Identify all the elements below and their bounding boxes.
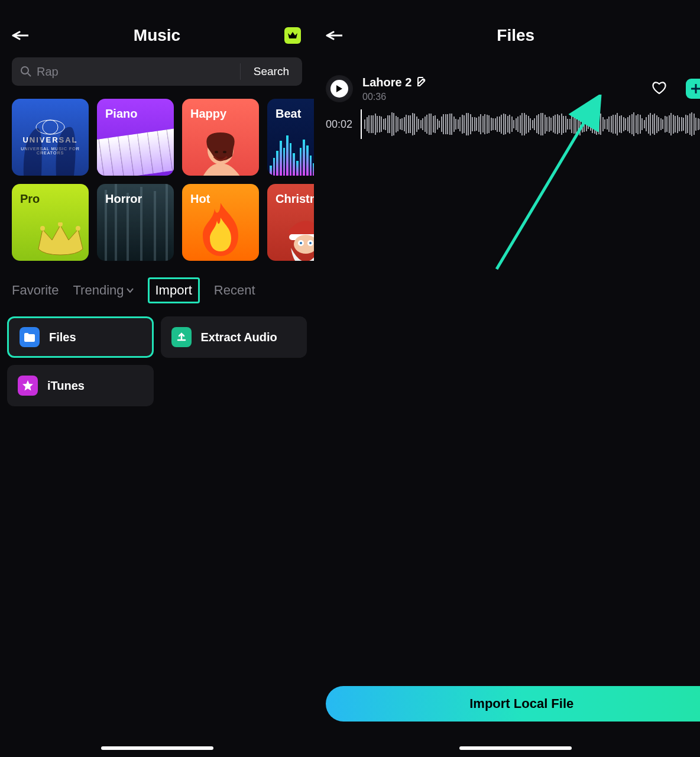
files-screen: Files Lahore 2 00:36 00:02 — [314, 0, 700, 757]
category-grid: UNIVERSAL UNIVERSAL MUSIC FOR CREATORS P… — [0, 86, 314, 261]
equalizer-icon — [267, 125, 314, 176]
search-icon — [20, 66, 32, 77]
premium-crown-icon[interactable] — [284, 27, 301, 44]
search-button[interactable]: Search — [240, 63, 302, 80]
playhead-time: 00:02 — [326, 118, 352, 131]
upload-icon — [171, 327, 192, 347]
svg-point-6 — [40, 226, 45, 231]
search-bar: Rap Search — [12, 57, 302, 86]
category-piano[interactable]: Piano — [97, 99, 174, 176]
track-name: Lahore 2 — [362, 76, 411, 89]
folder-icon — [20, 327, 40, 347]
svg-point-5 — [223, 151, 226, 153]
music-tabs: Favorite Trending Import Recent — [0, 261, 314, 303]
music-screen: Music Rap Search UNIVERSAL UNIVERSAL MUS… — [0, 0, 314, 757]
category-happy[interactable]: Happy — [182, 99, 259, 176]
chevron-down-icon — [127, 287, 134, 293]
svg-point-15 — [309, 242, 312, 244]
tab-trending[interactable]: Trending — [73, 283, 133, 298]
tab-import[interactable]: Import — [148, 277, 200, 303]
svg-point-0 — [21, 67, 28, 74]
search-input[interactable]: Rap — [12, 65, 240, 79]
import-local-file-button[interactable]: Import Local File — [326, 686, 700, 722]
import-files-button[interactable]: Files — [7, 316, 154, 358]
edit-icon[interactable] — [416, 77, 427, 88]
category-beat[interactable]: Beat — [267, 99, 314, 176]
svg-point-7 — [58, 222, 63, 227]
home-indicator[interactable] — [101, 746, 213, 750]
waveform-track[interactable] — [361, 109, 700, 139]
import-itunes-button[interactable]: iTunes — [7, 365, 154, 406]
category-pro[interactable]: Pro — [12, 184, 89, 261]
tab-recent[interactable]: Recent — [214, 283, 255, 298]
page-title: Music — [134, 26, 180, 45]
crown-icon — [35, 222, 86, 258]
add-track-button[interactable] — [686, 79, 700, 99]
category-horror[interactable]: Horror — [97, 184, 174, 261]
back-button[interactable] — [326, 30, 342, 41]
tab-favorite[interactable]: Favorite — [12, 283, 59, 298]
music-header: Music — [0, 0, 314, 50]
favorite-button[interactable] — [652, 80, 668, 97]
svg-point-4 — [215, 151, 218, 153]
svg-point-14 — [300, 242, 302, 244]
category-universal[interactable]: UNIVERSAL UNIVERSAL MUSIC FOR CREATORS — [12, 99, 89, 176]
heart-icon — [652, 80, 667, 95]
category-christmas[interactable]: Christmas — [267, 184, 314, 261]
play-icon — [336, 85, 343, 93]
import-options: Files Extract Audio iTunes — [0, 303, 314, 406]
page-title: Files — [497, 26, 534, 45]
plus-icon — [691, 84, 700, 93]
track-item: Lahore 2 00:36 — [314, 50, 700, 109]
track-duration: 00:36 — [362, 92, 642, 102]
back-button[interactable] — [12, 30, 28, 41]
files-header: Files — [314, 0, 700, 50]
import-extract-audio-button[interactable]: Extract Audio — [161, 316, 307, 358]
star-icon — [18, 376, 38, 396]
category-hot[interactable]: Hot — [182, 184, 259, 261]
waveform: 00:02 — [314, 109, 700, 139]
flame-icon — [197, 203, 244, 256]
play-button[interactable] — [326, 75, 353, 102]
track-info: Lahore 2 00:36 — [362, 76, 642, 102]
home-indicator[interactable] — [459, 746, 572, 750]
svg-point-8 — [76, 226, 80, 231]
